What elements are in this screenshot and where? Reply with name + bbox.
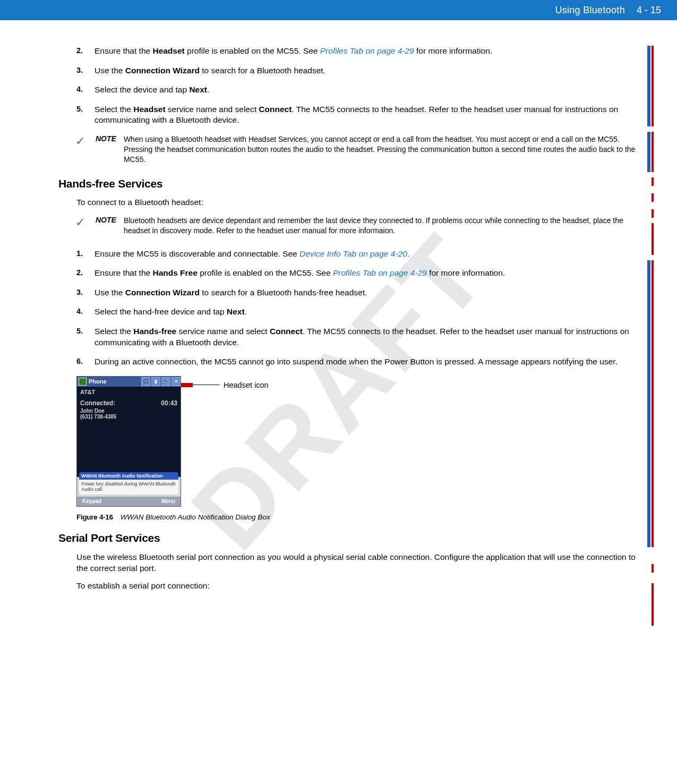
text-run: Select the device and tap (95, 85, 189, 94)
heading-serial-port-services: Serial Port Services (58, 532, 644, 544)
page: Using Bluetooth 4 - 15 DRAFT 2.Ensure th… (0, 0, 677, 784)
text-run: Use the (95, 288, 125, 297)
bold-text: Hands Free (152, 268, 197, 277)
bold-text: Hands-free (133, 327, 176, 336)
steps-list-hands-free: 1.Ensure the MC55 is discoverable and co… (76, 249, 644, 368)
step-body: Select the hand-free device and tap Next… (95, 306, 644, 318)
screenshot-menubar: Keypad Menu (77, 497, 181, 506)
text-run: service name and select (176, 327, 270, 336)
revision-bar (652, 564, 654, 573)
step-item: 1.Ensure the MC55 is discoverable and co… (76, 249, 644, 260)
step-body: Ensure that the Hands Free profile is en… (95, 268, 644, 279)
text-run: . (407, 249, 409, 258)
signal-icon: ▮ (151, 377, 160, 386)
text-run: Select the (95, 105, 133, 114)
step-body: Use the Connection Wizard to search for … (95, 65, 644, 76)
revision-bar (652, 583, 654, 626)
step-item: 4.Select the device and tap Next. (76, 84, 644, 96)
figure-title: WWAN Bluetooth Audio Notification Dialog… (121, 513, 270, 521)
screenshot-title: Phone (89, 378, 141, 385)
heading-hands-free-services: Hands-free Services (58, 177, 644, 190)
windows-icon (79, 378, 87, 386)
bold-text: Connect (270, 327, 303, 336)
step-number: 5. (76, 326, 95, 348)
text-run: profile is enabled on the MC55. See (198, 268, 333, 277)
step-body: Use the Connection Wizard to search for … (95, 287, 644, 299)
paragraph: To establish a serial port connection: (76, 581, 644, 592)
figure-callout: Headset icon (181, 381, 269, 389)
note-label: NOTE (96, 216, 116, 236)
note-text: Bluetooth headsets are device dependant … (124, 216, 644, 236)
softkey-right: Menu (161, 498, 175, 504)
step-body: Ensure the MC55 is discoverable and conn… (95, 249, 644, 260)
bold-text: Headset (133, 105, 165, 114)
page-number: 4 - 15 (637, 5, 661, 16)
figure-number: Figure 4-16 (76, 513, 113, 521)
callout-label: Headset icon (224, 381, 269, 389)
bold-text: Next (227, 307, 245, 316)
carrier-label: AT&T (80, 389, 177, 395)
check-icon: ✓ (75, 134, 96, 165)
page-header: Using Bluetooth 4 - 15 (0, 0, 677, 20)
step-body: Ensure that the Headset profile is enabl… (95, 46, 644, 57)
step-item: 6.During an active connection, the MC55 … (76, 356, 644, 368)
text-run: for more information. (427, 268, 505, 277)
note-label: NOTE (96, 134, 116, 165)
step-item: 5.Select the Headset service name and se… (76, 104, 644, 126)
revision-bar (647, 260, 650, 547)
bold-text: Connect (259, 105, 292, 114)
call-timer: 00:43 (161, 399, 177, 407)
notification-popup: WWAN Bluetooth Audio Notification Power … (79, 472, 178, 495)
device-screenshot: Phone 🎧 ▮ 🔊 ✕ AT&T Connected: 00:43 (76, 376, 181, 507)
text-run: for more information. (414, 46, 492, 55)
steps-list-top: 2.Ensure that the Headset profile is ena… (76, 46, 644, 126)
step-item: 4.Select the hand-free device and tap Ne… (76, 306, 644, 318)
bold-text: Headset (152, 46, 184, 55)
step-body: Select the device and tap Next. (95, 84, 644, 96)
step-number: 5. (76, 104, 95, 126)
paragraph: Use the wireless Bluetooth serial port c… (76, 552, 644, 574)
step-item: 3.Use the Connection Wizard to search fo… (76, 287, 644, 299)
text-run: service name and select (166, 105, 259, 114)
callout-line (193, 385, 219, 385)
step-number: 2. (76, 46, 95, 57)
revision-bar (652, 209, 654, 218)
bold-text: Connection Wizard (125, 66, 200, 75)
note-text: When using a Bluetooth headset with Head… (124, 134, 644, 165)
revision-bar (647, 132, 650, 172)
figure-area: Phone 🎧 ▮ 🔊 ✕ AT&T Connected: 00:43 (76, 376, 644, 521)
figure-caption: Figure 4-16 WWAN Bluetooth Audio Notific… (76, 513, 644, 521)
text-run: Select the hand-free device and tap (95, 307, 227, 316)
notification-body: Power key disabled during WWAN Bluetooth… (79, 480, 178, 495)
revision-bar (652, 177, 654, 186)
cross-reference-link[interactable]: Profiles Tab on page 4-29 (333, 268, 427, 277)
notification-header: WWAN Bluetooth Audio Notification (79, 472, 178, 480)
text-run: Use the (95, 66, 125, 75)
screenshot-body: AT&T Connected: 00:43 John Doe (631) 738… (77, 387, 181, 477)
step-body: Select the Hands-free service name and s… (95, 326, 644, 348)
text-run: to search for a Bluetooth hands-free hea… (200, 288, 367, 297)
text-run: profile is enabled on the MC55. See (185, 46, 320, 55)
note-block: ✓ NOTE When using a Bluetooth headset wi… (75, 134, 644, 165)
revision-bar (652, 193, 654, 202)
softkey-left: Keypad (82, 498, 101, 504)
step-number: 6. (76, 356, 95, 368)
step-item: 2.Ensure that the Hands Free profile is … (76, 268, 644, 279)
screenshot-titlebar: Phone 🎧 ▮ 🔊 ✕ (77, 377, 181, 387)
text-run: . (207, 85, 209, 94)
step-number: 1. (76, 249, 95, 260)
step-item: 5.Select the Hands-free service name and… (76, 326, 644, 348)
cross-reference-link[interactable]: Profiles Tab on page 4-29 (320, 46, 414, 55)
revision-bar (652, 260, 654, 547)
callout-bar (181, 383, 193, 387)
step-number: 4. (76, 306, 95, 318)
caller-phone: (631) 738-4385 (80, 414, 177, 420)
text-run: Ensure that the (95, 46, 152, 55)
bold-text: Connection Wizard (125, 288, 200, 297)
step-item: 3.Use the Connection Wizard to search fo… (76, 65, 644, 76)
revision-bar (652, 46, 654, 126)
page-content: 2.Ensure that the Headset profile is ena… (58, 46, 644, 592)
cross-reference-link[interactable]: Device Info Tab on page 4-20 (299, 249, 407, 258)
text-run: Select the (95, 327, 133, 336)
revision-bar (647, 46, 650, 126)
